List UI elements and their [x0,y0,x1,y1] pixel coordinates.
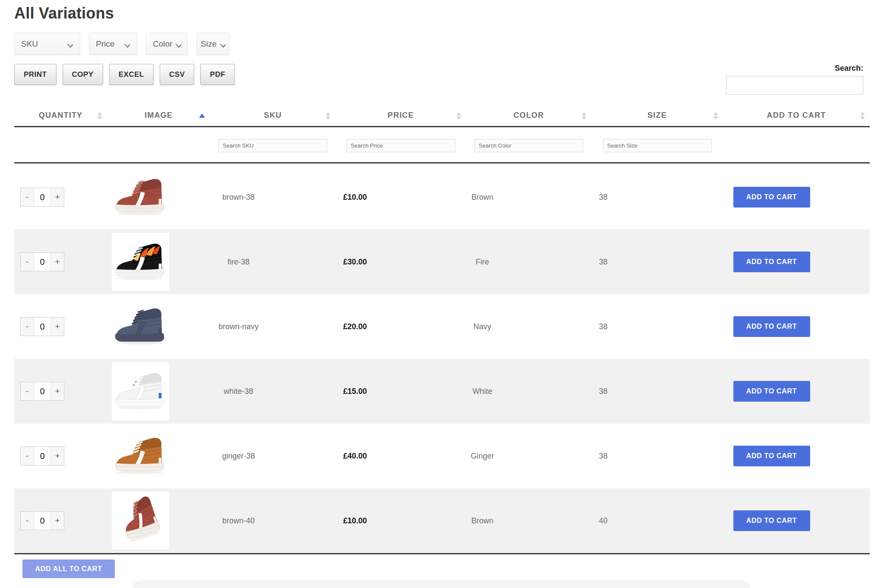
quantity-increase-button[interactable]: + [51,447,64,465]
chevron-down-icon [67,42,73,46]
sneaker-image [114,492,165,546]
quantity-decrease-button[interactable]: - [21,512,34,530]
column-header-label: SKU [264,111,282,120]
add-to-cart-button[interactable]: ADD TO CART [733,316,810,337]
column-header[interactable]: PRICE [335,109,466,126]
column-header-label: COLOR [514,111,544,120]
quantity-stepper[interactable]: - 0 + [20,382,64,401]
column-header[interactable]: ADD TO CART [723,109,870,126]
sku-value: brown-navy [199,322,278,331]
dropdown-label: SKU [21,39,38,49]
sort-up-icon [582,112,586,115]
price-value: £10.00 [278,516,432,525]
size-value: 40 [533,516,673,525]
sort-icon[interactable] [98,112,102,119]
quantity-value[interactable]: 0 [34,382,51,400]
sort-icon[interactable] [199,113,205,118]
quantity-decrease-button[interactable]: - [21,382,34,400]
quantity-stepper[interactable]: - 0 + [20,447,64,465]
add-to-cart-button[interactable]: ADD TO CART [733,510,810,531]
quantity-decrease-button[interactable]: - [21,318,34,336]
add-to-cart-button[interactable]: ADD TO CART [733,252,810,272]
sort-up-icon [860,112,865,115]
column-header-label: ADD TO CART [767,111,826,120]
size-value: 38 [533,452,673,461]
table-row: - 0 + [14,294,870,359]
quantity-decrease-button[interactable]: - [21,188,34,206]
column-header[interactable]: COLOR [466,109,591,126]
color-filter-input[interactable] [474,139,583,152]
quantity-decrease-button[interactable]: - [21,447,34,465]
quantity-stepper[interactable]: - 0 + [20,317,64,336]
color-value: Brown [432,193,533,202]
price-filter-input[interactable] [347,139,455,152]
export-button[interactable]: PRINT [14,64,57,85]
color-value: Fire [432,258,533,267]
quantity-value[interactable]: 0 [34,447,51,465]
quantity-value[interactable]: 0 [34,318,51,336]
quantity-value[interactable]: 0 [34,512,51,530]
sort-icon[interactable] [582,112,586,119]
filter-dropdown[interactable]: Price [89,33,137,55]
add-to-cart-button[interactable]: ADD TO CART [733,446,810,466]
filter-dropdown[interactable]: SKU [14,33,80,55]
size-filter-input[interactable] [603,139,712,152]
size-value: 38 [533,193,673,202]
table-filter-row [14,129,870,164]
quantity-stepper[interactable]: - 0 + [20,188,64,207]
quantity-value[interactable]: 0 [34,253,51,271]
size-value: 38 [533,387,673,396]
page-title: All Variations [14,4,114,22]
column-header[interactable]: IMAGE [107,109,210,126]
column-header[interactable]: QUANTITY [14,109,107,126]
sort-down-icon [98,116,102,119]
quantity-decrease-button[interactable]: - [21,253,34,271]
column-header[interactable]: SKU [210,109,335,126]
product-image [112,427,169,485]
sku-filter-input[interactable] [218,139,327,152]
sort-icon[interactable] [860,112,865,119]
color-value: Brown [432,516,533,525]
add-to-cart-button[interactable]: ADD TO CART [733,381,810,402]
quantity-cell: - 0 + [14,188,82,207]
quantity-value[interactable]: 0 [34,188,51,206]
size-value: 38 [533,322,673,331]
sort-icon[interactable] [457,112,461,119]
sneaker-image [113,240,167,282]
export-button[interactable]: PDF [200,64,235,85]
filter-dropdown[interactable]: Size [196,33,229,55]
quantity-increase-button[interactable]: + [51,512,64,530]
sku-value: ginger-38 [199,452,278,461]
global-search: Search: [721,64,863,94]
table-body: - 0 + [14,165,870,554]
export-button[interactable]: CSV [160,64,194,85]
quantity-increase-button[interactable]: + [51,253,64,271]
quantity-stepper[interactable]: - 0 + [20,511,64,530]
quantity-cell: - 0 + [14,252,82,271]
sort-up-icon [98,112,102,115]
product-image [112,233,169,291]
add-to-cart-button[interactable]: ADD TO CART [733,187,810,208]
sort-icon[interactable] [326,112,330,119]
price-value: £30.00 [278,258,432,267]
quantity-cell: - 0 + [14,447,82,465]
image-cell [82,298,199,355]
export-button[interactable]: COPY [63,64,103,85]
product-image [112,362,169,420]
quantity-increase-button[interactable]: + [51,382,64,400]
image-cell [82,233,199,291]
export-button[interactable]: EXCEL [109,64,154,85]
quantity-stepper[interactable]: - 0 + [20,252,64,271]
quantity-increase-button[interactable]: + [51,318,64,336]
sort-icon[interactable] [714,112,718,119]
sort-down-icon [714,116,718,119]
filter-dropdown[interactable]: Color [146,33,188,55]
column-header[interactable]: SIZE [591,109,723,126]
quantity-increase-button[interactable]: + [51,188,64,206]
add-all-to-cart-button[interactable]: ADD ALL TO CART [22,560,115,578]
search-input[interactable] [726,76,863,94]
price-value: £40.00 [278,452,432,461]
chevron-down-icon [124,42,130,46]
table-row: - 0 + [14,424,870,488]
chevron-down-icon [220,42,226,46]
